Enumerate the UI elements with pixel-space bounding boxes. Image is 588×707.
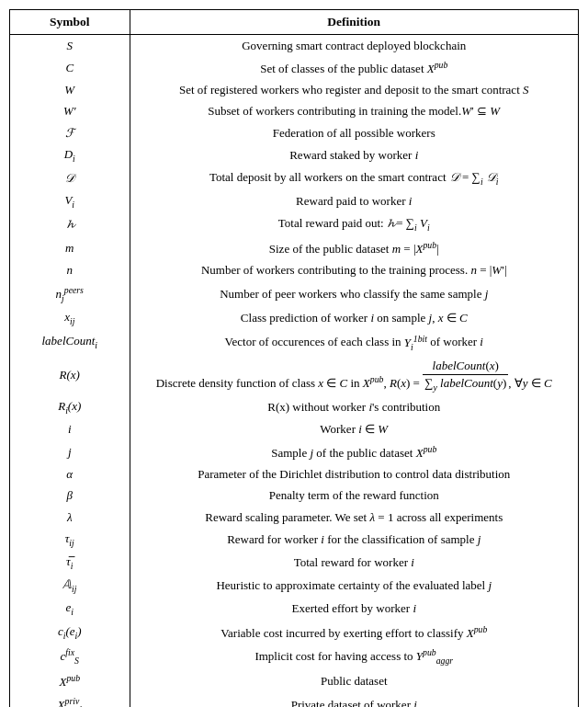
symbol-cell: Vi <box>10 190 130 213</box>
symbol-cell: 𝔸ij <box>10 575 130 598</box>
symbol-cell: n <box>10 260 130 281</box>
definition-cell: R(x) without worker i's contribution <box>130 396 578 419</box>
symbol-cell: Xpub <box>10 669 130 693</box>
symbol-cell: j <box>10 440 130 464</box>
definition-cell: Set of classes of the public dataset Xpu… <box>130 56 578 80</box>
definition-cell: Reward paid to worker i <box>130 190 578 213</box>
definition-cell: Worker i ∈ W <box>130 419 578 440</box>
col-symbol-header: Symbol <box>10 10 130 35</box>
symbol-cell: i <box>10 419 130 440</box>
definition-cell: Public dataset <box>130 669 578 693</box>
symbol-cell: τij <box>10 528 130 551</box>
definition-cell: Heuristic to approximate certainty of th… <box>130 575 578 598</box>
symbol-cell: njpeers <box>10 281 130 307</box>
symbol-cell: S <box>10 35 130 57</box>
symbol-cell: 𝓱 <box>10 213 130 236</box>
definition-cell: Discrete density function of class x ∈ C… <box>130 355 578 395</box>
definition-cell: Number of peer workers who classify the … <box>130 281 578 307</box>
symbol-cell: τi̅ <box>10 551 130 574</box>
definition-cell: Number of workers contributing to the tr… <box>130 260 578 281</box>
definition-cell: Variable cost incurred by exerting effor… <box>130 621 578 644</box>
symbol-cell: m <box>10 236 130 260</box>
definition-cell: Reward for worker i for the classificati… <box>130 528 578 551</box>
symbol-cell: Xprivi <box>10 693 130 707</box>
symbol-cell: ci(ei) <box>10 621 130 644</box>
definition-cell: Exerted effort by worker i <box>130 598 578 621</box>
symbol-cell: W <box>10 80 130 101</box>
symbol-cell: cfixS <box>10 644 130 670</box>
symbol-cell: Di <box>10 143 130 166</box>
definition-cell: Vector of occurences of each class in Yi… <box>130 330 578 356</box>
definition-cell: Penalty term of the reward function <box>130 485 578 507</box>
col-definition-header: Definition <box>130 10 578 35</box>
definition-cell: Subset of workers contributing in traini… <box>130 101 578 122</box>
definition-cell: Private dataset of worker i <box>130 693 578 707</box>
notation-table: Symbol Definition SGoverning smart contr… <box>9 9 579 707</box>
definition-cell: Parameter of the Dirichlet distribution … <box>130 464 578 485</box>
definition-cell: Total reward paid out: 𝓱 = ∑i Vi <box>130 213 578 236</box>
symbol-cell: W′ <box>10 101 130 122</box>
symbol-cell: ℱ <box>10 122 130 143</box>
definition-cell: Total reward for worker i <box>130 551 578 574</box>
definition-cell: Class prediction of worker i on sample j… <box>130 306 578 329</box>
symbol-cell: xij <box>10 306 130 329</box>
symbol-cell: R(x) <box>10 355 130 395</box>
definition-cell: Federation of all possible workers <box>130 122 578 143</box>
symbol-cell: labelCounti <box>10 330 130 356</box>
definition-cell: Governing smart contract deployed blockc… <box>130 35 578 57</box>
definition-cell: Implicit cost for having access to Ypuba… <box>130 644 578 670</box>
definition-cell: Reward scaling parameter. We set λ = 1 a… <box>130 507 578 528</box>
definition-cell: Total deposit by all workers on the smar… <box>130 167 578 190</box>
symbol-cell: 𝒟 <box>10 167 130 190</box>
symbol-cell: λ <box>10 507 130 528</box>
symbol-cell: β <box>10 485 130 507</box>
definition-cell: Sample j of the public dataset Xpub <box>130 440 578 464</box>
symbol-cell: Ri(x) <box>10 396 130 419</box>
definition-cell: Size of the public dataset m = |Xpub| <box>130 236 578 260</box>
definition-cell: Reward staked by worker i <box>130 143 578 166</box>
symbol-cell: ei <box>10 598 130 621</box>
symbol-cell: α <box>10 464 130 485</box>
symbol-cell: C <box>10 56 130 80</box>
definition-cell: Set of registered workers who register a… <box>130 80 578 101</box>
